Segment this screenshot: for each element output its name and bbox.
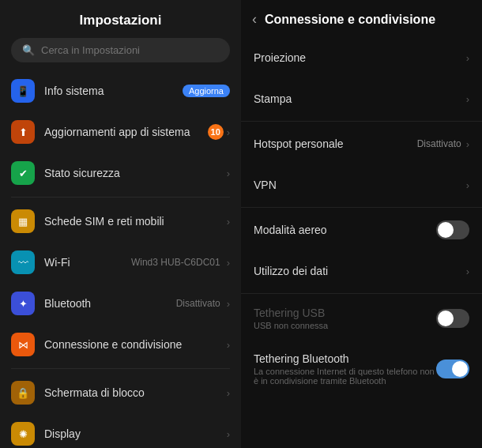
right-label-tethering-bt: Tethering Bluetooth	[254, 352, 436, 365]
menu-item-schede-sim[interactable]: ▦Schede SIM e reti mobili›	[0, 201, 241, 242]
menu-label-schermata-blocco: Schermata di blocco	[44, 386, 227, 399]
menu-label-display: Display	[44, 427, 227, 440]
right-item-utilizzo-dati[interactable]: Utilizzo dei dati›	[241, 250, 482, 292]
right-sub-tethering-bt: La connessione Internet di questo telefo…	[254, 367, 436, 386]
menu-item-schermata-blocco[interactable]: 🔒Schermata di blocco›	[0, 372, 241, 413]
menu-icon-connessione: ⋈	[11, 333, 35, 356]
right-header: ‹ Connessione e condivisione	[241, 0, 482, 37]
chevron-right-icon: ›	[227, 126, 230, 138]
right-item-tethering-usb[interactable]: Tethering USBUSB non connessa	[241, 296, 482, 341]
right-label-proiezione: Proiezione	[254, 51, 466, 64]
menu-right-info-sistema: Aggiorna	[183, 85, 230, 97]
menu-icon-bluetooth: ✦	[11, 292, 35, 315]
menu-icon-display: ✺	[11, 422, 35, 446]
toggle-tethering-usb[interactable]	[436, 309, 469, 328]
menu-item-bluetooth[interactable]: ✦BluetoothDisattivato›	[0, 283, 241, 324]
right-content-modalita-aereo: Modalità aereo	[254, 224, 436, 236]
right-label-modalita-aereo: Modalità aereo	[254, 224, 436, 236]
back-button[interactable]: ‹	[252, 11, 257, 28]
right-item-tethering-bt[interactable]: Tethering BluetoothLa connessione Intern…	[241, 341, 482, 397]
menu-label-bluetooth: Bluetooth	[44, 297, 176, 310]
toggle-thumb	[438, 222, 454, 238]
menu-right-wifi: Wind3 HUB-C6DC01›	[131, 257, 230, 269]
right-title: Connessione e condivisione	[265, 13, 435, 27]
menu-right-bluetooth: Disattivato›	[176, 298, 230, 310]
chevron-right-icon: ›	[466, 138, 469, 150]
right-label-hotspot: Hotspot personale	[254, 137, 417, 150]
menu-label-schede-sim: Schede SIM e reti mobili	[44, 215, 227, 228]
menu-item-stato-sicurezza[interactable]: ✔Stato sicurezza›	[0, 152, 241, 194]
divider	[11, 368, 230, 369]
left-title: Impostazioni	[0, 0, 241, 38]
chevron-right-icon: ›	[227, 168, 230, 179]
toggle-thumb	[452, 361, 468, 377]
chevron-right-icon: ›	[227, 387, 230, 399]
right-item-vpn[interactable]: VPN›	[241, 164, 482, 205]
right-label-stampa: Stampa	[254, 92, 466, 105]
menu-icon-wifi: 〰	[11, 250, 35, 274]
menu-right-schede-sim: ›	[227, 216, 230, 228]
menu-icon-aggiornamenti: ⬆	[11, 120, 35, 144]
chevron-right-icon: ›	[466, 179, 469, 191]
menu-label-connessione: Connessione e condivisione	[44, 338, 227, 351]
right-item-hotspot[interactable]: Hotspot personaleDisattivato›	[241, 123, 482, 164]
menu-icon-schede-sim: ▦	[11, 209, 35, 233]
sub-text-bluetooth: Disattivato	[176, 298, 220, 309]
right-sub-tethering-usb: USB non connessa	[254, 321, 436, 330]
search-input[interactable]	[41, 44, 219, 56]
right-list: Proiezione›Stampa›Hotspot personaleDisat…	[241, 37, 482, 397]
chevron-right-icon: ›	[466, 52, 469, 64]
right-item-stampa[interactable]: Stampa›	[241, 78, 482, 119]
menu-right-connessione: ›	[227, 339, 230, 351]
menu-item-display[interactable]: ✺Display›	[0, 413, 241, 448]
right-label-vpn: VPN	[254, 179, 466, 191]
left-panel: Impostazioni 🔍 📱Info sistemaAggiorna⬆Agg…	[0, 0, 241, 448]
menu-label-stato-sicurezza: Stato sicurezza	[44, 167, 227, 179]
chevron-right-icon: ›	[227, 216, 230, 228]
sub-text-wifi: Wind3 HUB-C6DC01	[131, 257, 220, 268]
menu-icon-schermata-blocco: 🔒	[11, 381, 35, 405]
right-panel: ‹ Connessione e condivisione Proiezione›…	[241, 0, 482, 448]
right-content-tethering-usb: Tethering USBUSB non connessa	[254, 307, 436, 330]
menu-right-display: ›	[227, 428, 230, 440]
menu-label-aggiornamenti: Aggiornamenti app di sistema	[44, 126, 208, 138]
right-item-modalita-aereo[interactable]: Modalità aereo	[241, 209, 482, 250]
toggle-tethering-bt[interactable]	[436, 360, 469, 378]
menu-item-aggiornamenti[interactable]: ⬆Aggiornamenti app di sistema10›	[0, 111, 241, 152]
toggle-thumb	[438, 311, 454, 326]
menu-label-info-sistema: Info sistema	[44, 85, 183, 97]
divider	[11, 197, 230, 198]
chevron-right-icon: ›	[227, 339, 230, 351]
right-divider	[241, 293, 482, 294]
menu-label-wifi: Wi-Fi	[44, 256, 131, 269]
chevron-right-icon: ›	[466, 93, 469, 105]
menu-item-wifi[interactable]: 〰Wi-FiWind3 HUB-C6DC01›	[0, 242, 241, 283]
badge-count: 10	[208, 124, 224, 140]
right-item-proiezione[interactable]: Proiezione›	[241, 37, 482, 78]
menu-item-connessione[interactable]: ⋈Connessione e condivisione›	[0, 324, 241, 365]
chevron-right-icon: ›	[466, 265, 469, 277]
search-bar[interactable]: 🔍	[11, 38, 230, 62]
right-label-tethering-usb: Tethering USB	[254, 307, 436, 319]
right-label-utilizzo-dati: Utilizzo dei dati	[254, 265, 466, 277]
menu-right-schermata-blocco: ›	[227, 387, 230, 399]
menu-icon-stato-sicurezza: ✔	[11, 161, 35, 185]
menu-right-aggiornamenti: 10›	[208, 124, 230, 140]
right-content-tethering-bt: Tethering BluetoothLa connessione Intern…	[254, 352, 436, 386]
chevron-right-icon: ›	[227, 257, 230, 269]
badge-update: Aggiorna	[183, 85, 230, 97]
chevron-right-icon: ›	[227, 298, 230, 310]
toggle-modalita-aereo[interactable]	[436, 220, 469, 239]
right-divider	[241, 207, 482, 208]
menu-right-stato-sicurezza: ›	[227, 168, 230, 179]
menu-item-info-sistema[interactable]: 📱Info sistemaAggiorna	[0, 70, 241, 111]
menu-icon-info-sistema: 📱	[11, 79, 35, 103]
chevron-right-icon: ›	[227, 428, 230, 440]
right-sub-right-hotspot: Disattivato	[417, 138, 461, 149]
menu-list: 📱Info sistemaAggiorna⬆Aggiornamenti app …	[0, 70, 241, 448]
right-divider	[241, 121, 482, 122]
search-icon: 🔍	[22, 44, 35, 56]
